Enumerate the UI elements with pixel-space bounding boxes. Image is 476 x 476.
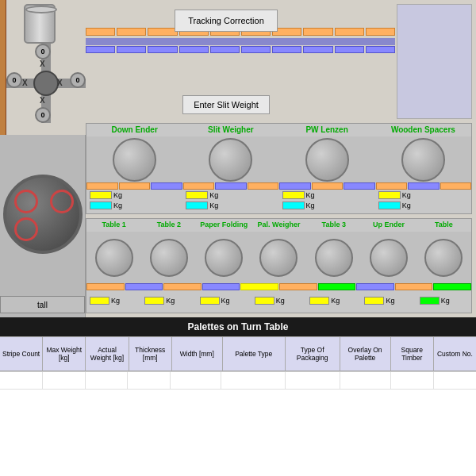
kg-box-cyan-3 bbox=[282, 202, 305, 209]
label-table-last: Table bbox=[416, 221, 471, 232]
cross-machine: 0 0 0 0 X X X X bbox=[6, 44, 86, 123]
label-table1: Table 1 bbox=[86, 221, 141, 232]
label-pal-weigher: Pal. Weigher bbox=[251, 221, 306, 232]
cross-x-label-3: X bbox=[57, 79, 63, 87]
lower-kg-label-3: Kg bbox=[221, 297, 230, 305]
lower-rollers-row bbox=[86, 232, 471, 283]
label-down-ender: Down Ender bbox=[86, 125, 182, 136]
tracking-correction-button[interactable]: Tracking Correction bbox=[175, 10, 278, 32]
lower-kg-label-1: Kg bbox=[111, 297, 120, 305]
lower-color-blocks bbox=[86, 283, 471, 290]
lower-conveyor: Table 1 Table 2 Paper Folding Pal. Weigh… bbox=[86, 218, 472, 313]
table-row bbox=[0, 372, 476, 390]
lower-roller-7 bbox=[424, 239, 463, 277]
cross-node-right: 0 bbox=[70, 72, 86, 88]
label-table3: Table 3 bbox=[306, 221, 361, 232]
roller-3 bbox=[305, 138, 349, 182]
enter-slit-label: Enter Slit Weight bbox=[194, 100, 259, 109]
palettes-header: Palettes on Turn Table bbox=[0, 317, 476, 336]
lower-kg-label-7: Kg bbox=[441, 297, 450, 305]
roller-1 bbox=[113, 138, 156, 182]
lower-roller-6 bbox=[370, 239, 408, 277]
table-body bbox=[0, 371, 476, 476]
kg-label-6: Kg bbox=[209, 202, 218, 209]
kg-box-cyan-4 bbox=[378, 202, 401, 209]
col-stripe-count: Stripe Count bbox=[0, 337, 43, 371]
lower-roller-4 bbox=[259, 239, 298, 277]
label-slit-weigher: Slit Weigher bbox=[182, 125, 278, 136]
kg-box-cyan-2 bbox=[186, 202, 208, 209]
lower-kg-yellow-5 bbox=[309, 297, 329, 305]
kg-label-8: Kg bbox=[402, 202, 411, 209]
col-type-packaging: Type Of Packaging bbox=[286, 337, 340, 371]
col-custom-no: Custom No. bbox=[434, 337, 476, 371]
lower-kg-yellow-3 bbox=[200, 297, 220, 305]
label-pw-lenzen: PW Lenzen bbox=[279, 125, 375, 136]
lower-kg-label-5: Kg bbox=[331, 297, 340, 305]
cross-node-left: 0 bbox=[6, 72, 22, 88]
lower-kg-yellow-1 bbox=[90, 297, 109, 305]
col-square-timber: Square Timber bbox=[391, 337, 434, 371]
col-palette-type: Palette Type bbox=[223, 337, 286, 371]
upper-rollers-row bbox=[86, 136, 471, 182]
col-width: Width [mm] bbox=[172, 337, 223, 371]
kg-box-yellow-4 bbox=[378, 191, 401, 199]
cylinder-graphic bbox=[24, 4, 63, 44]
upper-conveyor: Down Ender Slit Weigher PW Lenzen Wooden… bbox=[86, 123, 472, 214]
col-actual-weight: Actual Weight [kg] bbox=[86, 337, 129, 371]
col-thickness: Thickness [mm] bbox=[129, 337, 172, 371]
cross-x-label-2: X bbox=[22, 79, 28, 87]
lower-roller-5 bbox=[315, 239, 353, 277]
left-disk-area: tall bbox=[0, 135, 86, 317]
cross-x-label-4: X bbox=[40, 96, 45, 105]
large-disk bbox=[3, 175, 83, 254]
kg-box-yellow-2 bbox=[186, 191, 208, 199]
label-wooden-spacers: Wooden Spacers bbox=[375, 125, 471, 136]
kg-label-5: Kg bbox=[113, 202, 122, 209]
cross-node-bottom: 0 bbox=[35, 107, 51, 123]
tracking-correction-label: Tracking Correction bbox=[188, 16, 264, 25]
palettes-header-label: Palettes on Turn Table bbox=[188, 321, 289, 332]
upper-kg-row2: Kg Kg Kg Kg bbox=[86, 200, 471, 210]
lower-kg-yellow-6 bbox=[364, 297, 384, 305]
label-paper-folding: Paper Folding bbox=[197, 221, 251, 232]
main-layout: Tracking Correction Enter Slit Weight 0 … bbox=[0, 0, 476, 476]
kg-label-1: Kg bbox=[113, 191, 122, 199]
lower-kg-green-7 bbox=[420, 297, 440, 305]
lower-kg-yellow-4 bbox=[255, 297, 274, 305]
lower-kg-label-2: Kg bbox=[166, 297, 175, 305]
kg-box-yellow-1 bbox=[90, 191, 112, 199]
kg-box-yellow-3 bbox=[282, 191, 305, 199]
kg-label-4: Kg bbox=[402, 191, 411, 199]
install-button[interactable]: tall bbox=[0, 296, 85, 313]
lower-kg-yellow-2 bbox=[144, 297, 164, 305]
lower-kg-label-6: Kg bbox=[386, 297, 394, 305]
lower-kg-row: Kg Kg Kg Kg Kg Kg bbox=[86, 290, 471, 310]
kg-label-2: Kg bbox=[209, 191, 218, 199]
kg-box-cyan-1 bbox=[90, 202, 112, 209]
lower-roller-2 bbox=[150, 239, 188, 277]
col-max-weight: Max Weight [kg] bbox=[43, 337, 86, 371]
enter-slit-weight-button[interactable]: Enter Slit Weight bbox=[182, 95, 270, 114]
kg-label-3: Kg bbox=[306, 191, 315, 199]
lower-labels-row: Table 1 Table 2 Paper Folding Pal. Weigh… bbox=[86, 219, 471, 232]
table-header-row: Stripe Count Max Weight [kg] Actual Weig… bbox=[0, 336, 476, 371]
blue-bar-top bbox=[86, 38, 395, 45]
label-table2: Table 2 bbox=[141, 221, 196, 232]
upper-kg-row1: Kg Kg Kg Kg bbox=[86, 190, 471, 200]
kg-label-7: Kg bbox=[306, 202, 315, 209]
col-overlay: Overlay On Palette bbox=[340, 337, 391, 371]
lower-roller-3 bbox=[205, 239, 243, 277]
label-up-ender: Up Ender bbox=[361, 221, 416, 232]
right-panel bbox=[397, 4, 472, 119]
cross-node-top: 0 bbox=[35, 44, 51, 60]
left-brick-wall bbox=[0, 0, 6, 123]
upper-orange-blocks bbox=[86, 182, 471, 190]
cross-x-label-1: X bbox=[40, 60, 45, 68]
roller-2 bbox=[209, 138, 252, 182]
install-label: tall bbox=[37, 301, 48, 309]
lower-roller-1 bbox=[95, 239, 133, 277]
upper-labels-row: Down Ender Slit Weigher PW Lenzen Wooden… bbox=[86, 124, 471, 136]
lower-kg-label-4: Kg bbox=[276, 297, 285, 305]
roller-4 bbox=[401, 138, 445, 182]
